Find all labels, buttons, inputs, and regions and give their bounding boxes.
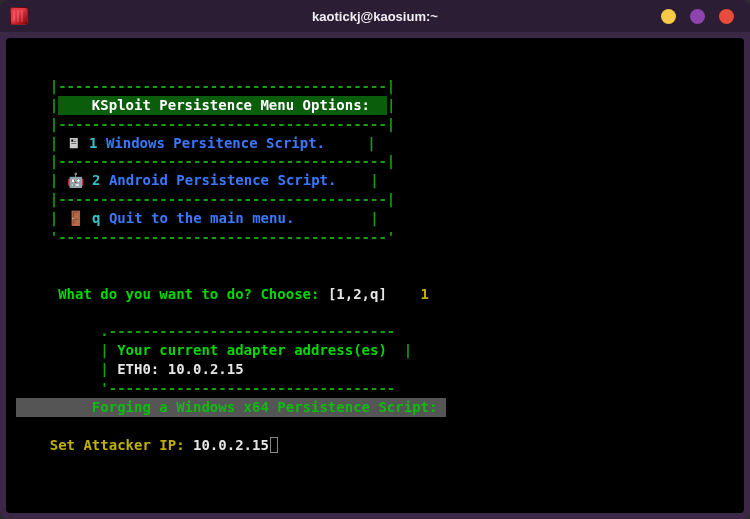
attacker-ip-value: 10.0.2.15 xyxy=(193,437,269,453)
maximize-icon[interactable] xyxy=(690,9,705,24)
menu-item-q[interactable]: | 🚪 q Quit to the main menu. | xyxy=(16,210,379,226)
adapter-header: | Your current adapter address(es) | xyxy=(16,342,412,358)
robot-icon: 🤖 xyxy=(67,172,84,188)
menu-item-1[interactable]: | 🖥 1 Windows Persitence Script. | xyxy=(16,135,376,151)
close-icon[interactable] xyxy=(719,9,734,24)
menu-title: KSploit Persistence Menu Options: xyxy=(58,96,387,115)
forge-text: Forging a Windows x64 Persistence Script… xyxy=(83,398,445,417)
terminal-window: kaotickj@kaosium:~ |--------------------… xyxy=(0,0,750,519)
door-icon: 🚪 xyxy=(67,210,84,226)
attacker-ip-label: Set Attacker IP: xyxy=(50,437,193,453)
cursor-icon xyxy=(270,437,278,453)
attacker-ip-line[interactable]: Set Attacker IP: 10.0.2.15 xyxy=(16,437,278,453)
menu-border-top: |---------------------------------------… xyxy=(16,78,395,94)
app-icon xyxy=(10,7,28,25)
menu-border-bot: '---------------------------------------… xyxy=(16,229,395,245)
menu-item-2[interactable]: | 🤖 2 Android Persistence Script. | xyxy=(16,172,379,188)
adapter-ip: 10.0.2.15 xyxy=(168,361,244,377)
adapter-line: | ETH0: 10.0.2.15 xyxy=(16,361,244,377)
menu-title-row: | KSploit Persistence Menu Options: | xyxy=(16,97,395,113)
menu-divider: |---------------------------------------… xyxy=(16,191,395,207)
terminal-body[interactable]: |---------------------------------------… xyxy=(6,38,744,513)
window-controls xyxy=(661,9,740,24)
minimize-icon[interactable] xyxy=(661,9,676,24)
adapter-bot: '---------------------------------- xyxy=(16,380,395,396)
menu-divider: |---------------------------------------… xyxy=(16,153,395,169)
prompt-line: What do you want to do? Choose: [1,2,q] … xyxy=(16,286,429,302)
prompt-answer: 1 xyxy=(421,286,429,302)
monitor-icon: 🖥 xyxy=(67,135,81,151)
menu-divider: |---------------------------------------… xyxy=(16,116,395,132)
forge-line: Forging a Windows x64 Persistence Script… xyxy=(16,399,446,415)
adapter-top: .---------------------------------- xyxy=(16,323,395,339)
window-title: kaotickj@kaosium:~ xyxy=(312,9,438,24)
titlebar[interactable]: kaotickj@kaosium:~ xyxy=(0,0,750,32)
